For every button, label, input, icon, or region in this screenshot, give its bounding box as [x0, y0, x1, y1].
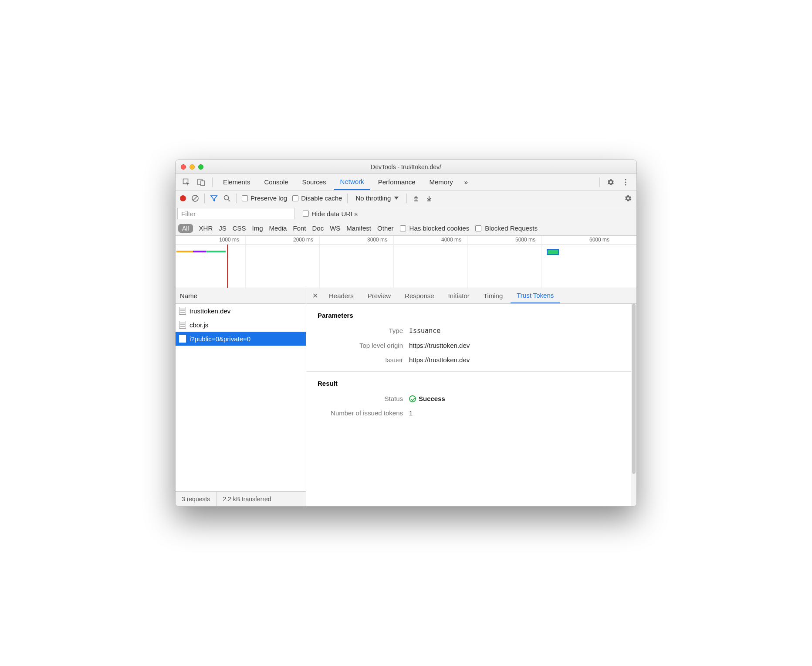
result-section-title: Result [318, 380, 625, 387]
type-ws[interactable]: WS [330, 224, 340, 232]
svg-rect-2 [201, 181, 204, 186]
type-doc[interactable]: Doc [312, 224, 324, 232]
disable-cache-label: Disable cache [301, 194, 342, 202]
type-css[interactable]: CSS [233, 224, 246, 232]
param-origin-value: https://trusttoken.dev [409, 342, 470, 349]
hide-data-urls-checkbox[interactable]: Hide data URLs [303, 210, 358, 217]
scrollbar-thumb[interactable] [632, 304, 636, 474]
timeline-overview[interactable]: 1000 ms 2000 ms 3000 ms 4000 ms 5000 ms … [176, 236, 636, 288]
throttling-value: No throttling [355, 194, 391, 202]
upload-har-icon[interactable] [412, 194, 420, 202]
timeline-tick: 2000 ms [293, 237, 313, 243]
close-detail-icon[interactable]: ✕ [309, 292, 321, 300]
svg-line-7 [193, 196, 197, 200]
main-tabs: Elements Console Sources Network Perform… [176, 174, 636, 190]
svg-point-8 [224, 195, 229, 200]
device-toggle-icon[interactable] [195, 176, 208, 189]
param-type-value: Issuance [409, 327, 440, 335]
name-column-header[interactable]: Name [176, 288, 306, 304]
content-area: Name trusttoken.dev cbor.js i?public=0&p… [176, 288, 636, 506]
scrollbar-track[interactable] [631, 304, 636, 506]
titlebar: DevTools - trusttoken.dev/ [176, 160, 636, 174]
resource-icon [179, 335, 186, 343]
type-all[interactable]: All [178, 224, 193, 233]
filter-placeholder: Filter [181, 210, 196, 217]
result-tokens-value: 1 [409, 409, 413, 417]
script-icon [179, 321, 186, 329]
kebab-menu-icon[interactable] [619, 176, 632, 189]
detail-pane: ✕ Headers Preview Response Initiator Tim… [306, 288, 636, 506]
window-title: DevTools - trusttoken.dev/ [176, 163, 636, 170]
parameters-section-title: Parameters [318, 312, 625, 319]
detail-tabs: ✕ Headers Preview Response Initiator Tim… [306, 288, 636, 304]
type-xhr[interactable]: XHR [199, 224, 213, 232]
svg-line-9 [228, 199, 230, 201]
type-js[interactable]: JS [219, 224, 227, 232]
timeline-tick: 4000 ms [441, 237, 461, 243]
param-issuer-label: Issuer [318, 356, 409, 364]
chevron-down-icon [394, 197, 399, 200]
status-transferred: 2.2 kB transferred [217, 492, 277, 506]
download-har-icon[interactable] [425, 194, 433, 202]
request-name: trusttoken.dev [189, 307, 230, 315]
svg-point-3 [625, 179, 626, 180]
tab-performance[interactable]: Performance [372, 174, 422, 190]
detail-tab-response[interactable]: Response [399, 288, 440, 303]
tab-console[interactable]: Console [258, 174, 294, 190]
detail-tab-trust-tokens[interactable]: Trust Tokens [511, 288, 560, 303]
request-row[interactable]: i?public=0&private=0 [176, 332, 306, 346]
filter-input[interactable]: Filter [177, 208, 295, 219]
tab-elements[interactable]: Elements [217, 174, 257, 190]
type-manifest[interactable]: Manifest [346, 224, 371, 232]
type-font[interactable]: Font [293, 224, 306, 232]
blocked-requests-checkbox[interactable]: Blocked Requests [475, 224, 538, 232]
tab-overflow[interactable]: » [461, 174, 471, 190]
filter-icon[interactable] [210, 194, 218, 202]
svg-point-4 [625, 181, 626, 183]
request-row[interactable]: trusttoken.dev [176, 304, 306, 318]
detail-body: Parameters Type Issuance Top level origi… [306, 304, 636, 506]
tab-memory[interactable]: Memory [423, 174, 459, 190]
timeline-request-block [547, 249, 559, 255]
document-icon [179, 307, 186, 315]
inspect-element-icon[interactable] [180, 176, 193, 189]
record-button[interactable] [180, 195, 186, 201]
timeline-tick: 1000 ms [219, 237, 239, 243]
network-toolbar: Preserve log Disable cache No throttling [176, 190, 636, 206]
success-check-icon [409, 395, 416, 402]
param-issuer-value: https://trusttoken.dev [409, 356, 470, 364]
type-img[interactable]: Img [252, 224, 263, 232]
type-bar: All XHR JS CSS Img Media Font Doc WS Man… [176, 221, 636, 236]
preserve-log-checkbox[interactable]: Preserve log [242, 194, 287, 202]
detail-tab-timing[interactable]: Timing [477, 288, 509, 303]
detail-tab-preview[interactable]: Preview [362, 288, 397, 303]
detail-tab-headers[interactable]: Headers [323, 288, 360, 303]
type-media[interactable]: Media [269, 224, 287, 232]
result-status-label: Status [318, 395, 409, 402]
request-row[interactable]: cbor.js [176, 318, 306, 332]
filter-bar: Filter Hide data URLs [176, 206, 636, 221]
status-requests: 3 requests [176, 492, 217, 506]
settings-gear-icon[interactable] [604, 176, 617, 189]
svg-point-5 [625, 184, 626, 185]
search-icon[interactable] [223, 194, 231, 202]
has-blocked-cookies-checkbox[interactable]: Has blocked cookies [400, 224, 470, 232]
request-name: i?public=0&private=0 [189, 335, 250, 343]
request-name: cbor.js [189, 321, 208, 329]
request-list: trusttoken.dev cbor.js i?public=0&privat… [176, 304, 306, 491]
hide-data-urls-label: Hide data URLs [311, 210, 358, 217]
request-list-pane: Name trusttoken.dev cbor.js i?public=0&p… [176, 288, 306, 506]
detail-tab-initiator[interactable]: Initiator [442, 288, 476, 303]
param-origin-label: Top level origin [318, 342, 409, 349]
type-other[interactable]: Other [377, 224, 394, 232]
clear-icon[interactable] [191, 194, 199, 202]
preserve-log-label: Preserve log [250, 194, 287, 202]
throttling-select[interactable]: No throttling [353, 194, 401, 202]
devtools-window: DevTools - trusttoken.dev/ Elements Cons… [175, 160, 637, 506]
toolbar-gear-icon[interactable] [624, 194, 632, 202]
tab-sources[interactable]: Sources [296, 174, 332, 190]
timeline-tick: 5000 ms [515, 237, 535, 243]
tab-network[interactable]: Network [334, 174, 370, 190]
disable-cache-checkbox[interactable]: Disable cache [292, 194, 342, 202]
request-status-bar: 3 requests 2.2 kB transferred [176, 491, 306, 506]
